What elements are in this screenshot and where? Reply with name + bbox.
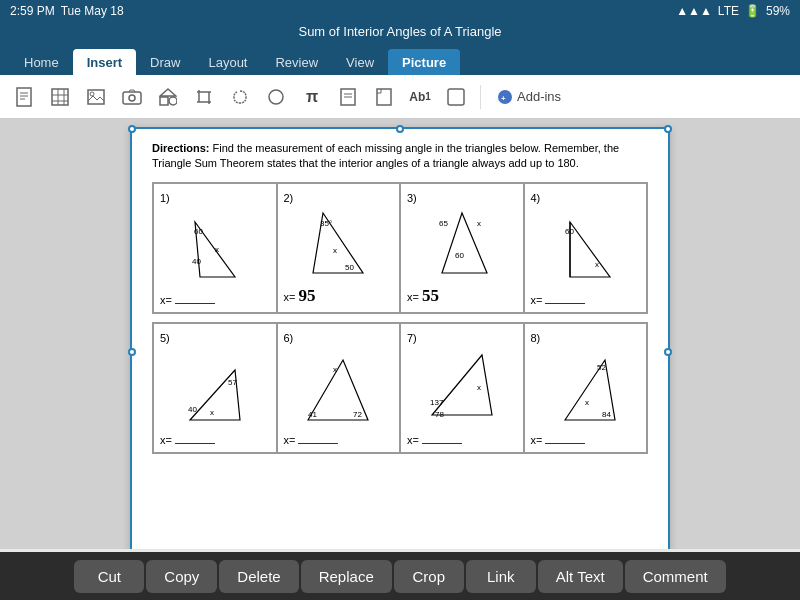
svg-point-14 (169, 97, 177, 105)
svg-text:+: + (501, 94, 506, 103)
handle-ml[interactable] (128, 348, 136, 356)
problem-8-number: 8) (531, 332, 541, 344)
problem-6-number: 6) (284, 332, 294, 344)
problem-8: 8) 52 x 84 x= (524, 323, 648, 453)
svg-text:60: 60 (455, 251, 464, 260)
problem-1: 1) 60 40 x x= (153, 183, 277, 313)
status-bar: 2:59 PM Tue May 18 ▲▲▲ LTE 🔋 59% (0, 0, 800, 22)
time: 2:59 PM (10, 4, 55, 18)
svg-rect-25 (448, 89, 464, 105)
svg-text:x: x (477, 383, 481, 392)
svg-text:x: x (210, 408, 214, 417)
bottom-toolbar: Cut Copy Delete Replace Crop Link Alt Te… (0, 552, 800, 600)
svg-rect-24 (377, 89, 391, 105)
problems-grid-bottom: 5) 40 57 x x= 6) (152, 322, 648, 454)
document-page: Directions: Find the measurement of each… (130, 127, 670, 549)
svg-marker-40 (570, 222, 610, 277)
title-bar: Sum of Interior Angles of A Triangle (0, 22, 800, 43)
superscript-btn[interactable] (440, 81, 472, 113)
svg-text:x: x (595, 260, 599, 269)
directions-text: Directions: Find the measurement of each… (152, 141, 648, 172)
problem-2: 2) 35° 50 x x= 95 (277, 183, 401, 313)
page2-btn[interactable] (332, 81, 364, 113)
shapes-btn[interactable] (152, 81, 184, 113)
svg-text:78: 78 (435, 410, 444, 419)
svg-text:40: 40 (188, 405, 197, 414)
svg-text:60: 60 (194, 227, 203, 236)
copy-button[interactable]: Copy (146, 560, 217, 593)
problem-7: 7) 137 78 x x= (400, 323, 524, 453)
lasso-btn[interactable] (224, 81, 256, 113)
tab-picture[interactable]: Picture (388, 49, 460, 75)
battery-icon: 🔋 (745, 4, 760, 18)
tab-draw[interactable]: Draw (136, 49, 194, 75)
tab-view[interactable]: View (332, 49, 388, 75)
crop-button[interactable]: Crop (394, 560, 464, 593)
tab-insert[interactable]: Insert (73, 49, 136, 75)
table-btn[interactable] (44, 81, 76, 113)
svg-text:50: 50 (345, 263, 354, 272)
tab-layout[interactable]: Layout (194, 49, 261, 75)
svg-text:65: 65 (439, 219, 448, 228)
svg-text:52: 52 (597, 363, 606, 372)
svg-text:x: x (477, 219, 481, 228)
alt-text-button[interactable]: Alt Text (538, 560, 623, 593)
svg-point-12 (129, 95, 135, 101)
cut-button[interactable]: Cut (74, 560, 144, 593)
image-btn[interactable] (80, 81, 112, 113)
nav-tabs: Home Insert Draw Layout Review View Pict… (0, 43, 800, 75)
problem-2-number: 2) (284, 192, 294, 204)
svg-point-20 (269, 90, 283, 104)
handle-tm[interactable] (396, 125, 404, 133)
svg-text:137: 137 (430, 398, 444, 407)
camera-btn[interactable] (116, 81, 148, 113)
problem-7-number: 7) (407, 332, 417, 344)
replace-button[interactable]: Replace (301, 560, 392, 593)
pi-btn[interactable]: π (296, 81, 328, 113)
problems-grid-top: 1) 60 40 x x= 2) (152, 182, 648, 314)
problem-3: 3) 65 x 60 x= 55 (400, 183, 524, 313)
ab-btn[interactable]: Ab1 (404, 81, 436, 113)
page3-btn[interactable] (368, 81, 400, 113)
problem-3-triangle: 65 x 60 (407, 208, 517, 284)
link-button[interactable]: Link (466, 560, 536, 593)
svg-text:41: 41 (308, 410, 317, 419)
tab-home[interactable]: Home (10, 49, 73, 75)
handle-tr[interactable] (664, 125, 672, 133)
toolbar: π Ab1 + Add-ins (0, 75, 800, 119)
svg-text:35°: 35° (320, 219, 332, 228)
problem-2-triangle: 35° 50 x (284, 208, 394, 284)
problem-5-triangle: 40 57 x (160, 348, 270, 432)
problem-8-triangle: 52 x 84 (531, 348, 641, 432)
handle-tl[interactable] (128, 125, 136, 133)
svg-text:40: 40 (192, 257, 201, 266)
problem-6: 6) x 41 72 x= (277, 323, 401, 453)
problem-5-number: 5) (160, 332, 170, 344)
symbols-btn[interactable] (260, 81, 292, 113)
lte-label: LTE (718, 4, 739, 18)
problem-4: 4) 60 x x= (524, 183, 648, 313)
problem-3-number: 3) (407, 192, 417, 204)
comment-button[interactable]: Comment (625, 560, 726, 593)
svg-text:x: x (215, 245, 219, 254)
document-title: Sum of Interior Angles of A Triangle (298, 24, 501, 39)
problem-6-triangle: x 41 72 (284, 348, 394, 432)
svg-text:x: x (333, 246, 337, 255)
svg-text:57: 57 (228, 378, 237, 387)
svg-text:x: x (585, 398, 589, 407)
svg-rect-4 (52, 89, 68, 105)
tab-review[interactable]: Review (261, 49, 332, 75)
add-ins-button[interactable]: + Add-ins (489, 85, 569, 109)
problem-7-triangle: 137 78 x (407, 348, 517, 432)
toolbar-sep (480, 85, 481, 109)
handle-mr[interactable] (664, 348, 672, 356)
crop-toolbar-icon[interactable] (188, 81, 220, 113)
problem-4-number: 4) (531, 192, 541, 204)
page-btn[interactable] (8, 81, 40, 113)
problem-1-triangle: 60 40 x (160, 208, 270, 292)
svg-rect-0 (17, 88, 31, 106)
svg-text:72: 72 (353, 410, 362, 419)
svg-text:84: 84 (602, 410, 611, 419)
signal-icon: ▲▲▲ (676, 4, 712, 18)
delete-button[interactable]: Delete (219, 560, 298, 593)
